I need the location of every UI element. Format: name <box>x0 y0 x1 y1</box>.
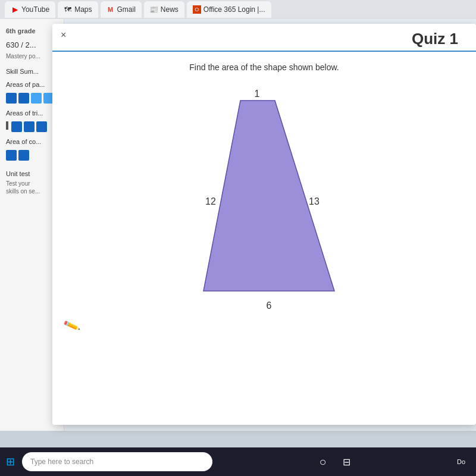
youtube-icon: ▶ <box>11 5 19 14</box>
bottom-label: 6 <box>267 300 272 311</box>
taskbar-center-buttons: ○ ⊟ <box>312 451 357 472</box>
tile-tri-3 <box>36 121 47 132</box>
shape-container: 1 12 13 6 <box>64 83 464 333</box>
left-label: 12 <box>205 196 216 206</box>
tab-news[interactable]: 📰 News <box>144 1 184 18</box>
quiz-modal: × Quiz 1 Find the area of the shape show… <box>52 24 476 425</box>
tile-tri-2 <box>24 121 35 132</box>
tab-youtube[interactable]: ▶ YouTube <box>5 1 55 18</box>
right-label: 13 <box>309 196 320 206</box>
tab-gmail-label: Gmail <box>117 5 136 14</box>
main-content: 6th grade 630 / 2... Mastery po... Skill… <box>0 19 476 431</box>
taskbar-circle-button[interactable]: ○ <box>312 451 333 472</box>
tile-comp-1 <box>6 150 17 161</box>
quiz-question: Find the area of the shape shown below. <box>52 52 476 77</box>
top-label: 1 <box>255 89 260 99</box>
tab-youtube-label: YouTube <box>21 5 49 14</box>
tab-office365[interactable]: O Office 365 Login |... <box>187 1 271 18</box>
quiz-close-button[interactable]: × <box>61 30 66 40</box>
tile-tri-1 <box>11 121 22 132</box>
browser-tabs: ▶ YouTube 🗺 Maps M Gmail 📰 News O Office… <box>0 0 476 19</box>
tile-1 <box>6 93 17 104</box>
tile-3 <box>31 93 42 104</box>
tile-comp-2 <box>18 150 29 161</box>
tab-gmail[interactable]: M Gmail <box>101 1 142 18</box>
office365-icon: O <box>193 5 201 14</box>
tab-news-label: News <box>161 5 178 14</box>
quiz-title-bar: × Quiz 1 <box>52 24 476 52</box>
taskbar: ⊞ Type here to search ○ ⊟ Do <box>0 447 476 476</box>
tab-maps-label: Maps <box>74 5 92 14</box>
windows-logo-icon[interactable]: ⊞ <box>6 455 15 468</box>
taskbar-windows-button[interactable]: ⊟ <box>336 451 357 472</box>
quiz-body: 1 12 13 6 ✏️ <box>52 77 476 339</box>
news-icon: 📰 <box>150 5 158 14</box>
quiz-title: Quiz 1 <box>64 30 464 48</box>
taskbar-right-label: Do <box>457 458 470 465</box>
tab-office365-label: Office 365 Login |... <box>203 5 265 14</box>
gmail-icon: M <box>107 5 115 14</box>
trapezoid-polygon <box>203 101 334 291</box>
trapezoid-shape: 1 12 13 6 <box>169 89 359 315</box>
tab-maps[interactable]: 🗺 Maps <box>58 1 98 18</box>
taskbar-search-placeholder: Type here to search <box>30 458 93 466</box>
dash-icon <box>6 121 8 130</box>
maps-icon: 🗺 <box>64 5 72 14</box>
tile-2 <box>18 93 29 104</box>
taskbar-search[interactable]: Type here to search <box>22 452 212 471</box>
